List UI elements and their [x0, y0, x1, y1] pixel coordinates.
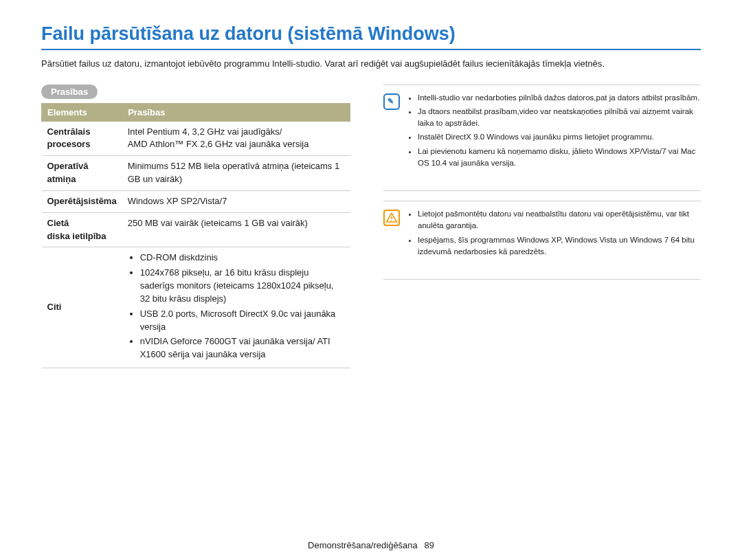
list-item: 1024x768 pikseļu, ar 16 bitu krāsu displ…	[140, 267, 345, 306]
table-cell-value: Intel Pentium 4, 3,2 GHz vai jaudīgāks/A…	[122, 121, 350, 156]
table-cell-value: 250 MB vai vairāk (ieteicams 1 GB vai va…	[122, 212, 350, 247]
info-note-block: ✎ Intelli-studio var nedarboties pilnībā…	[383, 92, 701, 172]
list-item: Lai pievienotu kameru kā noņemamo disku,…	[418, 146, 701, 170]
warning-icon	[383, 210, 400, 226]
table-cell-value: Windows XP SP2/Vista/7	[122, 190, 350, 212]
list-item: nVIDIA Geforce 7600GT vai jaunāka versij…	[140, 335, 345, 361]
table-header-element: Elements	[42, 103, 122, 121]
warning-note-block: Lietojot pašmontētu datoru vai neatbalst…	[383, 208, 701, 260]
intro-paragraph: Pārsūtiet failus uz datoru, izmantojot i…	[41, 57, 701, 71]
svg-text:✎: ✎	[387, 97, 394, 105]
table-header-requirements: Prasības	[122, 103, 350, 121]
list-item: Iespējams, šīs programmas Windows XP, Wi…	[418, 234, 701, 258]
footer-section: Demonstrēšana/rediģēšana	[308, 540, 418, 550]
list-item: USB 2.0 ports, Microsoft DirectX 9.0c va…	[140, 308, 345, 334]
table-cell-value: Minimums 512 MB liela operatīvā atmiņa (…	[122, 156, 350, 191]
list-item: CD-ROM diskdzinis	[140, 251, 345, 265]
list-item: Instalēt DirectX 9.0 Windows vai jaunāku…	[418, 131, 701, 143]
table-row: OperatīvāatmiņaMinimums 512 MB liela ope…	[42, 156, 350, 191]
list-item: Lietojot pašmontētu datoru vai neatbalst…	[418, 208, 701, 232]
table-cell-label: Operētājsistēma	[42, 190, 122, 212]
table-row: OperētājsistēmaWindows XP SP2/Vista/7	[42, 190, 350, 212]
requirements-table: Elements Prasības CentrālaisprocesorsInt…	[41, 103, 350, 369]
section-requirements-label: Prasības	[41, 85, 98, 99]
footer-page-number: 89	[424, 540, 434, 550]
table-cell-label: Citi	[42, 247, 122, 368]
info-icon: ✎	[383, 93, 400, 110]
table-cell-label: Operatīvāatmiņa	[42, 156, 122, 191]
list-item: Intelli-studio var nedarboties pilnībā d…	[418, 92, 701, 104]
page-title: Failu pārsūtīšana uz datoru (sistēmā Win…	[41, 23, 701, 50]
table-cell-label: Cietādiska ietilpība	[42, 212, 122, 247]
table-row: CitiCD-ROM diskdzinis1024x768 pikseļu, a…	[42, 247, 350, 368]
page-footer: Demonstrēšana/rediģēšana 89	[0, 540, 742, 550]
table-cell-value: CD-ROM diskdzinis1024x768 pikseļu, ar 16…	[122, 247, 350, 368]
svg-point-2	[391, 220, 392, 221]
table-row: CentrālaisprocesorsIntel Pentium 4, 3,2 …	[42, 121, 350, 156]
list-item: Ja dtaors neatbilst prasībam,video var n…	[418, 106, 701, 130]
table-row: Cietādiska ietilpība250 MB vai vairāk (i…	[42, 212, 350, 247]
table-cell-label: Centrālaisprocesors	[42, 121, 122, 156]
